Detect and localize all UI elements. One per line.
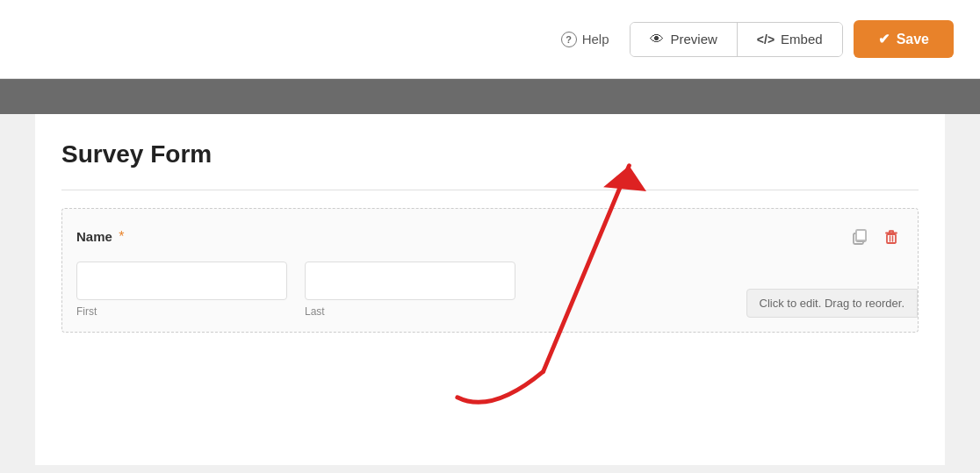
embed-button[interactable]: </> Embed: [738, 23, 842, 56]
svg-rect-2: [856, 230, 866, 240]
field-label-container: Name *: [76, 229, 125, 245]
first-name-input[interactable]: [76, 262, 287, 300]
name-field-card: Name *: [61, 208, 919, 333]
help-button[interactable]: ? Help: [551, 25, 620, 54]
check-icon: ✔: [878, 31, 890, 47]
required-star: *: [119, 229, 124, 244]
trash-svg: [883, 228, 900, 246]
field-actions: [847, 225, 904, 249]
svg-rect-3: [887, 234, 896, 243]
embed-label: Embed: [781, 32, 823, 47]
copy-svg: [851, 228, 868, 246]
eye-icon: 👁: [650, 32, 664, 47]
top-bar: ? Help 👁 Preview </> Embed ✔ Save: [0, 0, 980, 79]
field-label-row: Name *: [76, 225, 904, 249]
form-area: Survey Form Name *: [35, 114, 945, 465]
delete-icon[interactable]: [879, 225, 904, 249]
preview-label: Preview: [670, 32, 717, 47]
duplicate-icon[interactable]: [847, 225, 872, 249]
last-name-label: Last: [305, 305, 515, 318]
click-to-edit-hint[interactable]: Click to edit. Drag to reorder.: [746, 289, 918, 318]
preview-button[interactable]: 👁 Preview: [631, 23, 737, 56]
first-name-label: First: [76, 305, 287, 318]
field-label: Name: [76, 229, 112, 244]
gray-band: [0, 79, 980, 114]
save-button[interactable]: ✔ Save: [854, 20, 954, 58]
form-title: Survey Form: [61, 140, 919, 168]
first-name-group: First: [76, 262, 287, 318]
help-icon: ?: [561, 32, 577, 47]
svg-marker-12: [603, 166, 646, 191]
help-label: Help: [582, 32, 609, 47]
save-label: Save: [897, 32, 929, 47]
last-name-group: Last: [305, 262, 515, 318]
form-divider: [61, 190, 919, 190]
preview-embed-group: 👁 Preview </> Embed: [630, 22, 842, 57]
last-name-input[interactable]: [305, 262, 515, 300]
code-icon: </>: [757, 32, 775, 47]
